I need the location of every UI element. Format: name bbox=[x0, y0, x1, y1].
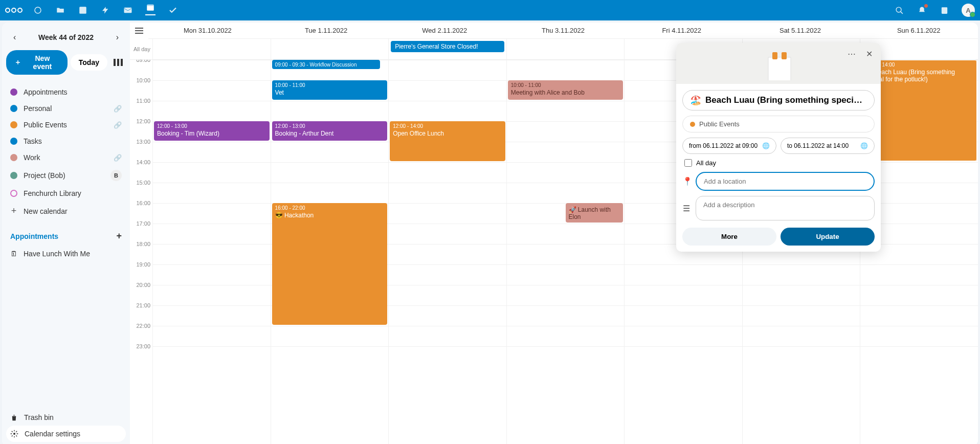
event-popover: ⋯ ✕ 🏖️ Public Events from 06.11.2022 at … bbox=[676, 43, 881, 252]
svg-rect-4 bbox=[147, 5, 154, 6]
calendar-event[interactable]: 12:00 - 14:00Open Office Lunch bbox=[390, 121, 505, 161]
allday-event[interactable]: Pierre's General Store Closed! bbox=[391, 41, 504, 52]
to-date-field[interactable]: to 06.11.2022 at 14:00🌐 bbox=[781, 138, 875, 154]
time-label: 09:00 bbox=[130, 60, 152, 77]
calendar-item[interactable]: Public Events🔗 bbox=[6, 117, 126, 133]
photos-icon[interactable] bbox=[78, 5, 88, 15]
notifications-icon[interactable] bbox=[917, 5, 927, 15]
nextcloud-logo[interactable] bbox=[5, 8, 23, 13]
calendar-item[interactable]: Personal🔗 bbox=[6, 100, 126, 117]
close-icon[interactable]: ✕ bbox=[866, 49, 873, 78]
allday-cell[interactable] bbox=[506, 39, 625, 59]
calendar-item[interactable]: Tasks bbox=[6, 133, 126, 149]
time-label: 16:00 bbox=[130, 200, 152, 220]
calendar-color-dot bbox=[10, 121, 17, 128]
next-week-button[interactable]: › bbox=[111, 31, 124, 44]
search-icon[interactable] bbox=[894, 5, 904, 15]
allday-cell[interactable] bbox=[271, 39, 389, 59]
day-header: Wed 2.11.2022 bbox=[385, 23, 504, 38]
calendar-color-dot bbox=[10, 105, 17, 112]
calendar-event[interactable]: 12:00 - 13:00Booking - Tim (Wizard) bbox=[154, 121, 270, 141]
calendar-item[interactable]: Appointments bbox=[6, 84, 126, 100]
files-icon[interactable] bbox=[55, 5, 65, 15]
allday-checkbox[interactable] bbox=[684, 159, 692, 167]
more-button[interactable]: More bbox=[682, 228, 776, 246]
calendar-event[interactable]: 10:00 - 11:00Meeting with Alice and Bob bbox=[508, 80, 623, 100]
share-icon[interactable]: 🔗 bbox=[114, 105, 122, 113]
share-icon[interactable]: 🔗 bbox=[114, 121, 122, 129]
timezone-icon[interactable]: 🌐 bbox=[762, 142, 770, 149]
calendar-item-label: Public Events bbox=[24, 121, 67, 129]
calendar-event[interactable]: 10:00 - 11:00Vet bbox=[272, 80, 388, 100]
prev-week-button[interactable]: ‹ bbox=[8, 31, 21, 44]
today-button[interactable]: Today bbox=[71, 54, 107, 71]
calendar-item[interactable]: Project (Bob)B bbox=[6, 166, 126, 185]
event-time: 10:00 - 11:00 bbox=[511, 82, 620, 88]
calendar-color-dot bbox=[10, 154, 17, 161]
time-label: 22:00 bbox=[130, 323, 152, 343]
activity-icon[interactable] bbox=[100, 5, 110, 15]
time-label: 14:00 bbox=[130, 159, 152, 180]
tasks-icon[interactable] bbox=[168, 5, 178, 15]
timezone-icon[interactable]: 🌐 bbox=[860, 142, 868, 149]
event-title: Open Office Lunch bbox=[393, 130, 502, 137]
time-label: 21:00 bbox=[130, 302, 152, 323]
description-icon: ☰ bbox=[682, 204, 691, 213]
event-title: Booking - Arthur Dent bbox=[275, 130, 385, 137]
svg-rect-13 bbox=[782, 52, 787, 59]
time-label: 12:00 bbox=[130, 118, 152, 139]
calendar-color-dot bbox=[10, 138, 17, 145]
calendar-picker[interactable]: Public Events bbox=[682, 116, 875, 132]
allday-cell[interactable]: Pierre's General Store Closed! bbox=[388, 39, 506, 59]
calendar-color-dot bbox=[10, 88, 17, 96]
calendar-item-label: Work bbox=[24, 153, 40, 162]
calendar-icon[interactable] bbox=[145, 5, 155, 15]
event-title: Booking - Tim (Wizard) bbox=[157, 130, 266, 137]
event-title: 🚀 Launch with Elon bbox=[569, 206, 620, 220]
new-calendar-button[interactable]: + New calendar bbox=[6, 202, 126, 220]
from-date-field[interactable]: from 06.11.2022 at 09:00🌐 bbox=[682, 138, 776, 154]
contacts-icon[interactable] bbox=[939, 5, 949, 15]
description-input[interactable] bbox=[696, 196, 875, 220]
time-label: 15:00 bbox=[130, 180, 152, 200]
calendar-list: AppointmentsPersonal🔗Public Events🔗Tasks… bbox=[6, 81, 126, 202]
view-toggle-icon[interactable] bbox=[110, 56, 126, 69]
allday-cell[interactable] bbox=[152, 39, 271, 59]
update-button[interactable]: Update bbox=[781, 228, 875, 246]
mail-icon[interactable] bbox=[123, 5, 133, 15]
calendar-event[interactable]: 🚀 Launch with Elon bbox=[566, 203, 623, 223]
event-emoji: 🏖️ bbox=[690, 95, 701, 106]
dashboard-icon[interactable] bbox=[33, 5, 43, 15]
calendar-event[interactable]: 16:00 - 22:00😎 Hackathon bbox=[272, 203, 388, 325]
calendar-item[interactable]: Work🔗 bbox=[6, 149, 126, 166]
shared-user-avatar: B bbox=[110, 170, 122, 181]
user-avatar[interactable]: A bbox=[962, 4, 975, 17]
share-icon[interactable]: 🔗 bbox=[114, 154, 122, 162]
svg-rect-9 bbox=[121, 59, 123, 66]
day-column[interactable]: 09:00 - 09:30 - Workflow Discussion10:00… bbox=[271, 60, 389, 444]
event-title-field[interactable]: 🏖️ bbox=[682, 90, 875, 110]
day-column[interactable]: 12:00 - 13:00Booking - Tim (Wizard) bbox=[152, 60, 271, 444]
appointment-item[interactable]: 🗓Have Lunch With Me bbox=[6, 246, 126, 262]
trash-bin-button[interactable]: Trash bin bbox=[6, 409, 126, 426]
location-input[interactable] bbox=[696, 172, 875, 191]
collapse-sidebar-icon[interactable] bbox=[130, 23, 148, 39]
day-column[interactable]: 12:00 - 14:00Open Office Lunch bbox=[388, 60, 506, 444]
calendar-event[interactable]: 12:00 - 13:00Booking - Arthur Dent bbox=[272, 121, 388, 141]
calendar-item[interactable]: Fenchurch Library bbox=[6, 185, 126, 202]
day-header: Sun 6.11.2022 bbox=[859, 23, 978, 38]
event-title-input[interactable] bbox=[705, 95, 867, 105]
calendar-item-label: Tasks bbox=[24, 137, 42, 145]
new-event-button[interactable]: ＋New event bbox=[6, 50, 68, 75]
trash-label: Trash bin bbox=[24, 413, 54, 421]
new-event-label: New event bbox=[26, 54, 59, 71]
day-column[interactable]: 10:00 - 11:00Meeting with Alice and Bob🚀… bbox=[506, 60, 625, 444]
svg-rect-8 bbox=[117, 59, 119, 66]
calendar-settings-button[interactable]: Calendar settings bbox=[6, 426, 126, 442]
event-time: 12:00 - 13:00 bbox=[157, 123, 266, 129]
add-appointment-icon[interactable]: + bbox=[116, 231, 122, 241]
week-label[interactable]: Week 44 of 2022 bbox=[38, 33, 94, 41]
time-label: 13:00 bbox=[130, 139, 152, 159]
calendar-event[interactable]: 09:00 - 09:30 - Workflow Discussion bbox=[272, 60, 380, 69]
more-options-icon[interactable]: ⋯ bbox=[848, 49, 856, 78]
